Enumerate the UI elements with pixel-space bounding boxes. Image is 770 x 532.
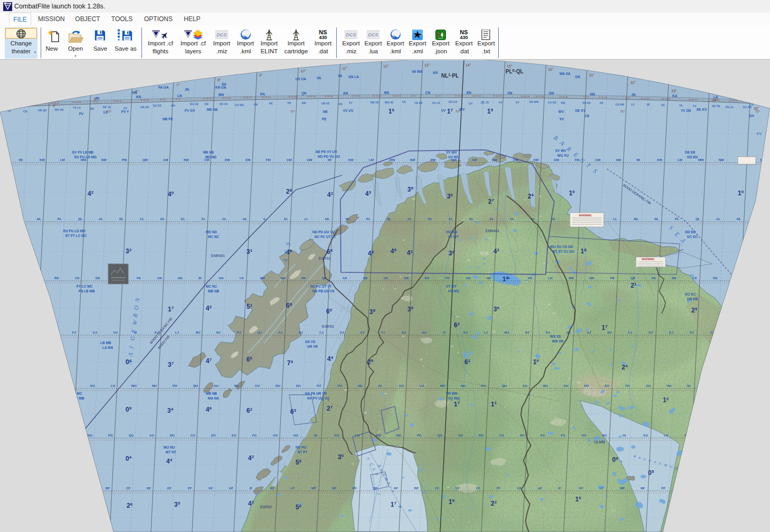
- svg-text:20 30 40: 20 30 40: [641, 97, 650, 100]
- svg-text:NM: NM: [410, 158, 415, 162]
- svg-text:EK: EK: [425, 276, 430, 280]
- svg-text:DJ: DJ: [649, 330, 653, 334]
- svg-text:LH: LH: [420, 384, 424, 387]
- svg-text:QH: QH: [502, 384, 507, 387]
- svg-text:10 20 30: 10 20 30: [598, 96, 607, 99]
- svg-text:LJ: LJ: [484, 330, 488, 334]
- svg-text:AN: AN: [433, 71, 438, 74]
- svg-text:XV: XV: [499, 101, 502, 104]
- svg-text:KJ: KJ: [463, 330, 468, 334]
- svg-text:MK: MK: [260, 276, 265, 280]
- svg-text:20 30 40: 20 30 40: [454, 94, 463, 97]
- svg-text:DF: DF: [147, 486, 151, 490]
- svg-text:GN: GN: [549, 91, 554, 95]
- svg-text:DE: DE: [90, 107, 94, 110]
- svg-text:LE: LE: [749, 102, 754, 106]
- svg-text:FV GV: FV GV: [185, 109, 195, 112]
- svg-text:NK: NK: [281, 276, 286, 280]
- svg-text:LG: LG: [46, 433, 51, 437]
- svg-text:BJ: BJ: [299, 330, 303, 334]
- svg-text:NU PU: NU PU: [296, 445, 307, 449]
- svg-text:20 30 40: 20 30 40: [662, 98, 671, 100]
- svg-text:TV: TV: [693, 104, 697, 108]
- svg-text:GJ: GJ: [710, 330, 715, 334]
- svg-text:UN AE: UN AE: [321, 102, 330, 105]
- svg-text:US VS: US VS: [305, 340, 316, 344]
- svg-text:DD ED: DD ED: [687, 155, 698, 159]
- svg-text:MK: MK: [569, 276, 574, 280]
- svg-text:YN RE: YN RE: [414, 101, 423, 104]
- svg-text:LH: LH: [111, 384, 116, 387]
- svg-text:BL: BL: [737, 217, 741, 221]
- svg-text:CN: CN: [425, 91, 431, 94]
- svg-text:EU FU LD MD: EU FU LD MD: [63, 229, 85, 233]
- svg-text:VV UV: VV UV: [343, 109, 354, 112]
- svg-text:DK: DK: [404, 276, 409, 280]
- svg-text:SE TN: SE TN: [712, 104, 720, 108]
- svg-text:ULMM: ULMM: [594, 440, 605, 444]
- svg-text:PM: PM: [122, 158, 127, 162]
- svg-text:LK: LK: [240, 276, 244, 280]
- svg-text:XV WV: XV WV: [555, 149, 567, 153]
- svg-text:CH: CH: [255, 384, 260, 387]
- svg-text:30 40 50: 30 40 50: [72, 101, 81, 103]
- svg-text:72°: 72°: [107, 110, 112, 113]
- svg-text:GH: GH: [646, 384, 651, 387]
- svg-text:CJ: CJ: [319, 330, 324, 334]
- svg-text:DJ: DJ: [31, 330, 35, 334]
- svg-text:GK: GK: [157, 276, 163, 280]
- svg-text:PH: PH: [481, 384, 486, 387]
- svg-text:WV: WV: [558, 110, 564, 113]
- svg-text:DJ: DJ: [340, 330, 344, 334]
- svg-text:EL: EL: [181, 217, 185, 221]
- svg-text:NG: NG: [705, 433, 710, 437]
- svg-text:NA PA UR VR: NA PA UR VR: [305, 392, 327, 395]
- svg-text:EJ: EJ: [52, 330, 56, 334]
- svg-text:VR WR: VR WR: [446, 392, 458, 395]
- svg-text:AG: AG: [149, 433, 154, 437]
- svg-text:32°: 32°: [630, 81, 636, 84]
- svg-text:HN AN: HN AN: [140, 106, 149, 109]
- svg-text:IF: IF: [558, 486, 562, 490]
- svg-text:AM: AM: [163, 158, 168, 162]
- svg-text:20 30 40: 20 30 40: [222, 97, 231, 99]
- svg-text:NF: NF: [332, 486, 336, 490]
- svg-text:30 40 50: 30 40 50: [521, 95, 530, 98]
- svg-text:LN: LN: [177, 94, 182, 98]
- svg-text:FA GA: FA GA: [158, 86, 169, 89]
- svg-text:RN VE: RN VE: [370, 101, 379, 104]
- svg-text:40 50: 40 50: [583, 96, 589, 98]
- svg-text:EG: EG: [232, 433, 236, 437]
- svg-text:AM: AM: [472, 158, 477, 162]
- svg-text:20 30 40: 20 30 40: [373, 94, 382, 97]
- svg-text:BF: BF: [414, 486, 419, 490]
- svg-text:ML: ML: [634, 217, 639, 221]
- svg-text:DM: DM: [225, 158, 230, 162]
- svg-text:IG: IG: [623, 433, 626, 437]
- svg-text:WS XS: WS XS: [550, 335, 562, 338]
- svg-text:FF: FF: [497, 486, 501, 490]
- svg-text:CJ: CJ: [11, 330, 15, 334]
- svg-text:PH: PH: [173, 384, 177, 387]
- svg-text:KN: KN: [136, 95, 141, 99]
- svg-text:BF: BF: [723, 486, 727, 490]
- svg-text:IM: IM: [19, 158, 23, 162]
- svg-text:NJ: NJ: [525, 330, 529, 334]
- svg-text:30 40 50: 30 40 50: [689, 98, 698, 101]
- svg-text:LH: LH: [728, 384, 733, 387]
- svg-text:TV: TV: [349, 101, 353, 104]
- svg-text:HF: HF: [538, 486, 542, 490]
- svg-text:MC NC: MC NC: [208, 235, 220, 239]
- svg-text:BM: BM: [184, 158, 189, 162]
- svg-text:WU XU CD DD: WU XU CD DD: [550, 245, 573, 249]
- svg-text:CL: CL: [757, 217, 762, 221]
- svg-text:DG: DG: [520, 433, 525, 437]
- svg-text:AF: AF: [85, 486, 89, 490]
- svg-text:CK: CK: [384, 276, 388, 280]
- svg-text:FK: FK: [754, 276, 759, 280]
- svg-text:GJ: GJ: [93, 330, 98, 334]
- svg-text:GA NN: GA NN: [615, 103, 624, 106]
- svg-text:BL: BL: [428, 217, 432, 221]
- svg-text:CL: CL: [449, 217, 453, 221]
- svg-text:DH: DH: [584, 384, 589, 387]
